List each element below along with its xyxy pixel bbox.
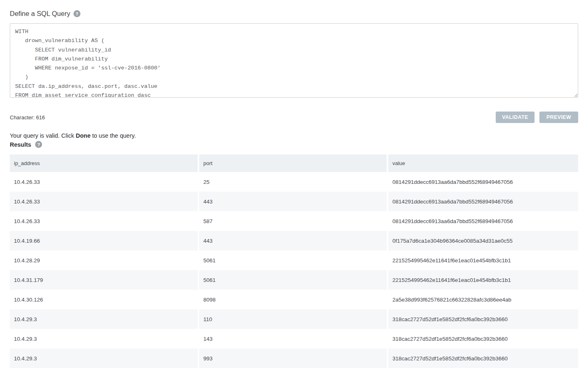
cell-ip-address: 10.4.29.3: [10, 349, 198, 368]
cell-port: 110: [198, 309, 388, 329]
cell-value: 318cac2727d52df1e5852df2fcf6a0bc392b3660: [388, 329, 578, 349]
column-header-port: port: [198, 154, 388, 172]
results-help-icon[interactable]: ?: [35, 141, 42, 148]
cell-port: 993: [198, 349, 388, 368]
cell-ip-address: 10.4.28.29: [10, 250, 198, 270]
cell-value: 0f175a7d6ca1e304b96364ce0085a34d31ae0c55: [388, 231, 578, 250]
cell-ip-address: 10.4.29.3: [10, 329, 198, 349]
cell-value: 0814291ddecc6913aa6da7bbd552f68949467056: [388, 172, 578, 192]
cell-value: 2215254995462e11641f6e1eac01e454bfb3c1b1: [388, 250, 578, 270]
validate-button[interactable]: VALIDATE: [496, 112, 535, 123]
cell-ip-address: 10.4.29.3: [10, 309, 198, 329]
results-table-body: 10.4.26.33 25 0814291ddecc6913aa6da7bbd5…: [10, 172, 578, 368]
cell-port: 143: [198, 329, 388, 349]
results-header-row: Results ?: [10, 141, 578, 148]
table-row: 10.4.28.29 5061 2215254995462e11641f6e1e…: [10, 250, 578, 270]
editor-meta-row: Character: 616 VALIDATE PREVIEW: [10, 112, 578, 123]
validation-message-emphasis: Done: [76, 132, 90, 139]
results-table: ip_address port value 10.4.26.33 25 0814…: [10, 154, 578, 368]
table-row: 10.4.29.3 993 318cac2727d52df1e5852df2fc…: [10, 349, 578, 368]
cell-port: 25: [198, 172, 388, 192]
help-icon[interactable]: ?: [74, 10, 80, 17]
results-table-header: ip_address port value: [10, 154, 578, 172]
page-title: Define a SQL Query: [10, 10, 70, 18]
table-row: 10.4.26.33 443 0814291ddecc6913aa6da7bbd…: [10, 192, 578, 211]
cell-value: 318cac2727d52df1e5852df2fcf6a0bc392b3660: [388, 349, 578, 368]
cell-ip-address: 10.4.26.33: [10, 192, 198, 211]
cell-value: 2215254995462e11641f6e1eac01e454bfb3c1b1: [388, 270, 578, 290]
column-header-ip-address: ip_address: [10, 154, 198, 172]
button-group: VALIDATE PREVIEW: [496, 112, 578, 123]
validation-message-suffix: to use the query.: [91, 132, 136, 139]
preview-button[interactable]: PREVIEW: [539, 112, 578, 123]
cell-ip-address: 10.4.19.66: [10, 231, 198, 250]
validation-message: Your query is valid. Click Done to use t…: [10, 132, 578, 139]
cell-port: 443: [198, 192, 388, 211]
cell-value: 318cac2727d52df1e5852df2fcf6a0bc392b3660: [388, 309, 578, 329]
sql-query-input[interactable]: WITH drown_vulnerability AS ( SELECT vul…: [10, 23, 578, 98]
results-label: Results: [10, 141, 31, 148]
table-row: 10.4.29.3 143 318cac2727d52df1e5852df2fc…: [10, 329, 578, 349]
cell-ip-address: 10.4.30.126: [10, 290, 198, 309]
table-row: 10.4.30.126 8098 2a5e38d993f62576821c663…: [10, 290, 578, 309]
validation-message-prefix: Your query is valid. Click: [10, 132, 76, 139]
cell-port: 5061: [198, 250, 388, 270]
cell-value: 2a5e38d993f62576821c66322828afc3d86ee4ab: [388, 290, 578, 309]
cell-port: 587: [198, 211, 388, 231]
cell-ip-address: 10.4.31.179: [10, 270, 198, 290]
cell-value: 0814291ddecc6913aa6da7bbd552f68949467056: [388, 211, 578, 231]
table-row: 10.4.19.66 443 0f175a7d6ca1e304b96364ce0…: [10, 231, 578, 250]
cell-ip-address: 10.4.26.33: [10, 211, 198, 231]
cell-port: 443: [198, 231, 388, 250]
table-row: 10.4.29.3 110 318cac2727d52df1e5852df2fc…: [10, 309, 578, 329]
page-title-row: Define a SQL Query ?: [10, 0, 578, 18]
table-row: 10.4.26.33 587 0814291ddecc6913aa6da7bbd…: [10, 211, 578, 231]
table-row: 10.4.31.179 5061 2215254995462e11641f6e1…: [10, 270, 578, 290]
cell-port: 5061: [198, 270, 388, 290]
cell-port: 8098: [198, 290, 388, 309]
column-header-value: value: [388, 154, 578, 172]
cell-value: 0814291ddecc6913aa6da7bbd552f68949467056: [388, 192, 578, 211]
character-count: Character: 616: [10, 114, 45, 121]
cell-ip-address: 10.4.26.33: [10, 172, 198, 192]
sql-query-page: Define a SQL Query ? WITH drown_vulnerab…: [0, 0, 588, 368]
table-row: 10.4.26.33 25 0814291ddecc6913aa6da7bbd5…: [10, 172, 578, 192]
